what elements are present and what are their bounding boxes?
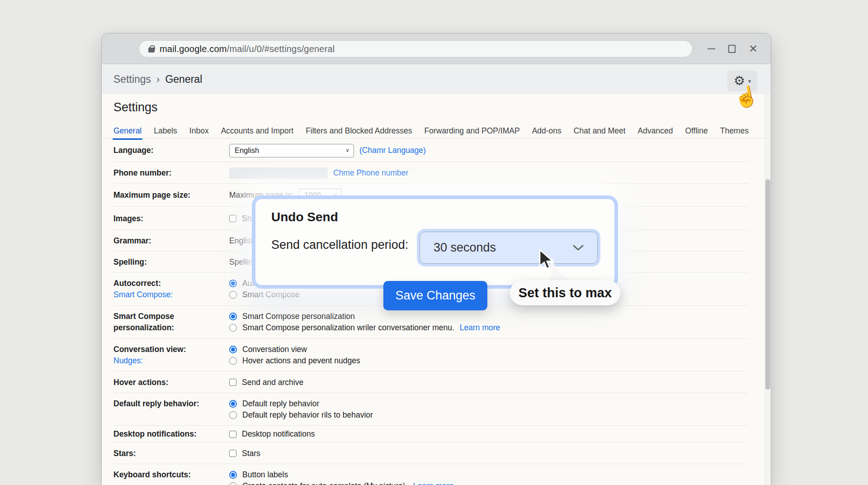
settings-row: Desktop notifications:Desktop notificati…	[102, 426, 771, 442]
tab-advanced[interactable]: Advanced	[638, 126, 673, 136]
row-value-line: Create contacts for auto-complete (My pi…	[229, 480, 771, 485]
row-value-line: Smart Compose personalization wriler con…	[229, 322, 771, 333]
row-value-line: Smart Compose	[229, 289, 771, 300]
row-value: English∨(Chamr Language)	[229, 145, 771, 156]
text-value: Default reply behavior rils to behavior	[242, 409, 373, 421]
row-label: Stars:	[102, 448, 229, 459]
link[interactable]: Learn more	[460, 322, 500, 333]
row-value-line: Desktop notifications	[229, 428, 771, 440]
row-label-text: Stars:	[113, 448, 229, 459]
row-value-line: Default reply behavior rils to behavior	[229, 409, 771, 421]
row-value-line: Default reply behavior	[229, 398, 771, 409]
chevron-down-icon	[573, 245, 584, 251]
scrollbar-thumb[interactable]	[765, 179, 770, 390]
row-label-text: Desktop notifications:	[113, 428, 229, 440]
checkbox[interactable]	[229, 379, 236, 386]
window-controls: ✕	[708, 33, 758, 64]
address-bar[interactable]: mail.google.com/mail/u/0/#settings/gener…	[139, 40, 693, 57]
tab-labels[interactable]: Labels	[154, 126, 177, 136]
tab-chat-and-meet[interactable]: Chat and Meet	[574, 126, 626, 136]
hand-pointer-icon: ☝	[732, 83, 760, 111]
radio-button[interactable]	[229, 280, 237, 287]
row-label: Spelling:	[102, 257, 229, 268]
tab-inbox[interactable]: Inbox	[189, 126, 209, 136]
text-value: Smart Compose	[242, 289, 299, 300]
row-label-text: Autocorrect:	[113, 278, 229, 289]
row-value-line: Chme Phone number	[229, 167, 771, 179]
select-dropdown[interactable]: English∨	[229, 144, 354, 157]
tab-themes[interactable]: Themes	[720, 126, 749, 136]
radio-button[interactable]	[229, 357, 237, 365]
scrollbar-track[interactable]	[765, 94, 771, 485]
radio-button[interactable]	[229, 411, 237, 419]
row-label: Language:	[102, 145, 229, 156]
lock-icon	[148, 48, 155, 52]
mouse-cursor-icon	[538, 249, 556, 271]
row-label: Images:	[102, 213, 229, 224]
row-label-text: Conversation view:	[113, 344, 229, 355]
row-label: Hover actions:	[102, 377, 229, 388]
tab-general[interactable]: General	[113, 126, 142, 136]
row-label: Keyboard shortcuts:	[102, 464, 229, 485]
checkbox[interactable]	[229, 431, 236, 438]
close-icon[interactable]: ✕	[749, 43, 758, 54]
link[interactable]: (Chamr Language)	[359, 145, 426, 156]
row-value-line: English∨(Chamr Language)	[229, 145, 771, 156]
row-label: Autocorrect:Smart Compose:	[102, 273, 229, 306]
settings-row: Default reply behavior:Default reply beh…	[102, 393, 771, 426]
settings-rows: Language:English∨(Chamr Language)Phone n…	[102, 139, 771, 485]
row-label-text: Language:	[113, 145, 229, 156]
chevron-down-icon: ∨	[345, 145, 349, 156]
tab-forwarding-and-pop-imap[interactable]: Forwarding and POP/IMAP	[425, 126, 520, 136]
link[interactable]: Learn more	[413, 480, 454, 485]
text-value: Hover actions and pevent nudges	[242, 355, 360, 366]
radio-button[interactable]	[229, 482, 237, 485]
row-value: Stars	[229, 448, 771, 459]
row-label-text: Hover actions:	[113, 377, 229, 388]
radio-button[interactable]	[229, 291, 237, 299]
settings-tabs: GeneralLabelsInboxAccounts and ImportFil…	[113, 124, 749, 138]
tab-add-ons[interactable]: Add-ons	[532, 126, 561, 136]
checkbox[interactable]	[229, 215, 236, 222]
radio-button[interactable]	[229, 400, 237, 408]
checkbox[interactable]	[229, 450, 236, 457]
text-value: Spellin	[229, 257, 253, 268]
tab-offline[interactable]: Offline	[685, 126, 708, 136]
tab-accounts-and-import[interactable]: Accounts and Import	[221, 126, 294, 136]
row-value-line: Stars	[229, 448, 771, 459]
link[interactable]: Chme Phone number	[333, 167, 408, 179]
row-label-text: Images:	[113, 213, 229, 224]
tabs-divider	[102, 138, 771, 138]
row-label: Phone number:	[102, 167, 229, 179]
radio-button[interactable]	[229, 313, 237, 320]
popup-title: Undo Send	[271, 210, 338, 224]
chevron-down-icon: ▾	[748, 78, 751, 85]
row-value-line: Conversation view	[229, 344, 771, 355]
settings-row: Stars:Stars	[102, 442, 771, 464]
row-label-text: Grammar:	[113, 235, 229, 247]
row-label-link[interactable]: Nudges:	[113, 355, 229, 366]
settings-row: Conversation view:Nudges:Conversation vi…	[102, 339, 771, 371]
breadcrumb-general: General	[165, 73, 202, 86]
settings-row: Smart Composepersonalization:Smart Compo…	[102, 306, 771, 339]
phone-number-field[interactable]	[229, 167, 328, 179]
radio-button[interactable]	[229, 346, 237, 353]
row-label-text: Default reply behavior:	[113, 398, 229, 409]
chevron-right-icon: ›	[156, 74, 160, 86]
row-value-line: Smart Compose personalization	[229, 311, 771, 322]
radio-button[interactable]	[229, 471, 237, 479]
breadcrumb-settings[interactable]: Settings	[113, 73, 151, 86]
row-label-link[interactable]: Smart Compose:	[113, 289, 229, 300]
save-changes-button[interactable]: Save Changes	[383, 281, 487, 310]
row-value: Chme Phone number	[229, 167, 771, 179]
row-value: Desktop notifications	[229, 428, 771, 440]
settings-header: Settings › General ⚙ ▾	[102, 65, 771, 94]
tab-filters-and-blocked-addresses[interactable]: Filters and Blocked Addresses	[306, 126, 412, 136]
browser-titlebar: mail.google.com/mail/u/0/#settings/gener…	[102, 33, 771, 64]
row-label: Default reply behavior:	[102, 393, 229, 426]
row-value: Send and archive	[229, 377, 771, 388]
maximize-icon[interactable]	[728, 45, 736, 53]
radio-button[interactable]	[229, 324, 237, 332]
minimize-icon[interactable]	[708, 48, 715, 49]
row-label: Grammar:	[102, 235, 229, 247]
